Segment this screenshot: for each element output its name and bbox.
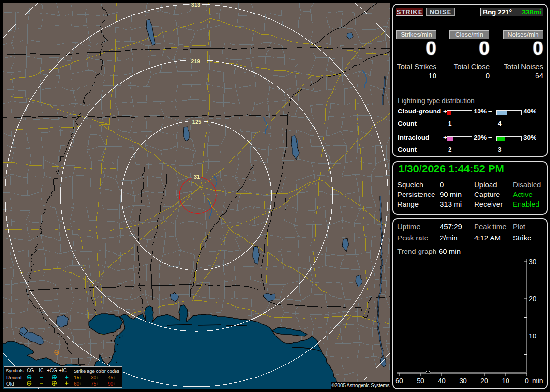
svg-text:60: 60 <box>395 377 403 385</box>
svg-text:10: 10 <box>502 377 509 385</box>
svg-text:10: 10 <box>529 332 536 340</box>
svg-text:50: 50 <box>417 377 424 385</box>
svg-text:31: 31 <box>194 174 200 180</box>
svg-text:20: 20 <box>529 295 536 303</box>
svg-text:219: 219 <box>191 58 200 64</box>
svg-text:313: 313 <box>191 3 200 8</box>
svg-text:20: 20 <box>480 377 488 385</box>
svg-text:30: 30 <box>529 258 536 266</box>
svg-text:30: 30 <box>459 377 467 385</box>
svg-text:125: 125 <box>192 119 201 125</box>
svg-text:0: 0 <box>525 377 529 385</box>
svg-text:min: min <box>532 377 543 385</box>
svg-text:40: 40 <box>438 377 446 385</box>
